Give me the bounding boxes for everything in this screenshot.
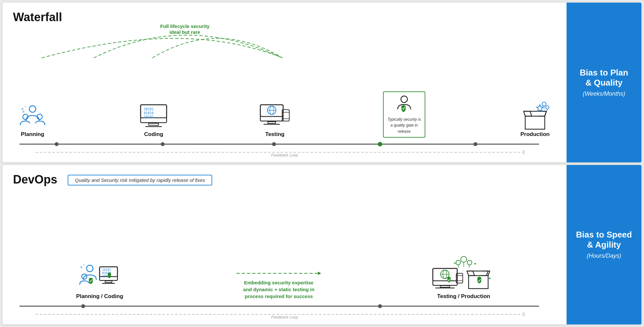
devops-dashed-arrows	[237, 270, 321, 277]
svg-rect-66	[440, 286, 450, 287]
svg-text:✕: ✕	[80, 266, 83, 269]
testing-icon	[262, 103, 288, 129]
planning-label: Planning	[21, 131, 44, 138]
svg-point-37	[473, 142, 477, 146]
devops-planning-coding-icon: ✕ ○ 10101 01010 10101	[78, 262, 121, 291]
svg-rect-41	[523, 151, 525, 154]
svg-point-25	[401, 96, 407, 102]
planning-icon: ✕ ○ ✕	[20, 103, 46, 129]
svg-text:○: ○	[83, 263, 85, 266]
devops-header: DevOps Quality and Security risk mitigat…	[13, 173, 556, 189]
production-icon	[522, 103, 548, 129]
waterfall-sidebar: Bias to Plan& Quality (Weeks/Months)	[567, 3, 641, 162]
devops-stage-embedding: Embedding security expertise and dynamic…	[237, 270, 321, 300]
waterfall-sidebar-title: Bias to Plan& Quality	[580, 68, 628, 88]
stage-coding: 10101 01010 10101 Coding	[141, 103, 167, 138]
devops-title: DevOps	[13, 173, 57, 186]
svg-text:Feedback Loop: Feedback Loop	[271, 153, 298, 157]
production-label: Production	[520, 131, 550, 138]
security-gate-text: Typically security is a quality gate in …	[388, 117, 421, 134]
svg-text:✦: ✦	[453, 262, 456, 265]
devops-main: DevOps Quality and Security risk mitigat…	[3, 165, 567, 325]
waterfall-stages: ✕ ○ ✕ Planning 1	[13, 91, 556, 138]
svg-text:○: ○	[24, 105, 26, 108]
svg-text:10101: 10101	[102, 268, 111, 271]
devops-stage-planning-coding: ✕ ○ 10101 01010 10101 Planning /	[76, 262, 123, 300]
svg-text:ideal but rare: ideal but rare	[170, 29, 200, 35]
svg-text:10101: 10101	[144, 115, 154, 119]
devops-banner: Quality and Security risk mitigated by r…	[68, 175, 212, 185]
svg-point-56	[461, 256, 467, 262]
waterfall-section: Waterfall Full lifecycle security ideal …	[3, 3, 641, 162]
waterfall-feedback: Feedback Loop	[20, 147, 550, 157]
stage-testing: Testing	[262, 103, 288, 138]
devops-testing-production-label: Testing / Production	[437, 293, 490, 300]
devops-timeline-svg	[20, 303, 550, 309]
devops-planning-coding-label: Planning / Coding	[76, 293, 123, 300]
svg-line-61	[458, 265, 459, 268]
devops-section: DevOps Quality and Security risk mitigat…	[3, 165, 641, 325]
embedding-security-text: Embedding security expertise and dynamic…	[243, 279, 315, 300]
svg-text:✕: ✕	[22, 110, 25, 114]
waterfall-feedback-svg: Feedback Loop	[20, 147, 550, 157]
waterfall-main: Waterfall Full lifecycle security ideal …	[3, 3, 567, 162]
svg-point-2	[29, 106, 36, 112]
devops-testing-production-icon: ✦ ✦	[434, 262, 493, 291]
waterfall-header: Waterfall	[13, 10, 556, 27]
svg-text:10101: 10101	[144, 107, 154, 111]
svg-point-80	[378, 304, 382, 308]
svg-text:✦: ✦	[488, 276, 491, 281]
stage-production: Production	[520, 103, 550, 138]
svg-point-27	[542, 102, 546, 106]
coding-icon: 10101 01010 10101	[141, 103, 167, 129]
svg-line-30	[547, 109, 547, 111]
devops-sidebar: Bias to Speed& Agility (Hours/Days)	[567, 165, 641, 325]
svg-point-35	[272, 142, 276, 146]
waterfall-timeline-svg	[20, 141, 550, 147]
svg-marker-55	[318, 272, 321, 275]
devops-sidebar-subtitle: (Hours/Days)	[587, 252, 621, 259]
testing-label: Testing	[265, 131, 284, 138]
coding-label: Coding	[144, 131, 163, 138]
stage-planning: ✕ ○ ✕ Planning	[20, 103, 46, 138]
svg-text:Feedback Loop: Feedback Loop	[271, 315, 298, 320]
svg-point-43	[87, 265, 93, 272]
svg-point-60	[456, 260, 460, 265]
svg-text:✦: ✦	[473, 262, 477, 266]
stage-security: Typically security is a quality gate in …	[383, 91, 425, 138]
svg-point-79	[81, 304, 85, 308]
waterfall-timeline	[20, 141, 550, 147]
devops-feedback-svg: Feedback Loop	[20, 309, 550, 319]
svg-rect-15	[260, 105, 283, 121]
svg-rect-26	[525, 116, 545, 129]
devops-feedback: Feedback Loop	[20, 309, 550, 319]
waterfall-title: Waterfall	[13, 10, 62, 24]
devops-sidebar-title: Bias to Speed& Agility	[576, 230, 632, 250]
svg-point-33	[55, 142, 59, 146]
svg-rect-17	[268, 122, 276, 123]
svg-text:✦: ✦	[483, 269, 485, 273]
svg-point-29	[546, 106, 549, 109]
svg-point-58	[467, 260, 472, 265]
svg-rect-49	[105, 281, 112, 282]
svg-rect-64	[433, 268, 457, 285]
security-gate-box: Typically security is a quality gate in …	[383, 91, 425, 138]
waterfall-sidebar-subtitle: (Weeks/Months)	[583, 90, 625, 97]
svg-point-34	[161, 142, 165, 146]
svg-line-59	[469, 265, 470, 268]
devops-stages: ✕ ○ 10101 01010 10101 Planning /	[13, 262, 556, 300]
lifecycle-arc: Full lifecycle security ideal but rare	[3, 25, 567, 68]
devops-timeline	[20, 303, 550, 309]
svg-point-36	[378, 142, 382, 146]
svg-rect-83	[523, 313, 525, 316]
svg-text:01010: 01010	[144, 111, 154, 115]
svg-rect-10	[149, 123, 158, 125]
devops-stage-testing-production: ✦ ✦	[434, 262, 493, 300]
